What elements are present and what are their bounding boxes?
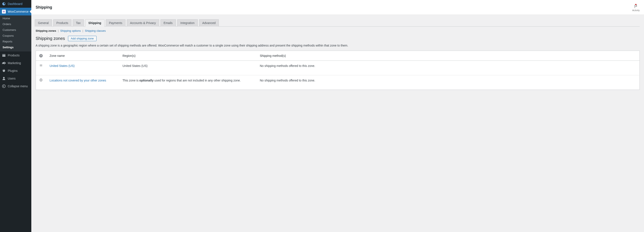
page-title: Shipping [36, 5, 52, 10]
sidebar-sub-orders[interactable]: Orders [0, 21, 31, 27]
section-header: Shipping zones Add shipping zone [36, 36, 640, 41]
zone-methods-cell: No shipping methods offered to this zone… [256, 61, 640, 75]
sidebar-label: WooCommerce [8, 10, 28, 13]
subtab-options[interactable]: Shipping options [60, 29, 81, 32]
sidebar-item-marketing[interactable]: Marketing [0, 59, 31, 67]
separator: | [58, 29, 58, 32]
zone-region-cell: United States (US) [119, 61, 256, 75]
tab-tax[interactable]: Tax [73, 19, 84, 26]
sidebar-item-users[interactable]: Users [0, 74, 31, 82]
separator: | [82, 29, 83, 32]
sidebar-sub-settings[interactable]: Settings [0, 44, 31, 50]
help-icon[interactable]: ? [39, 54, 43, 58]
admin-sidebar: Dashboard W WooCommerce Home Orders Cust… [0, 0, 31, 232]
shipping-subtabs: Shipping zones | Shipping options | Ship… [36, 26, 640, 36]
settings-tabs: General Products Tax Shipping Payments A… [35, 19, 640, 26]
subtab-zones[interactable]: Shipping zones [36, 29, 56, 32]
zone-name-link[interactable]: United States (US) [50, 64, 75, 68]
activity-button[interactable]: Activity [632, 3, 640, 12]
tab-shipping[interactable]: Shipping [85, 19, 104, 26]
shipping-zones-table: ? Zone name Region(s) Shipping method(s)… [36, 50, 640, 90]
sidebar-label: Collapse menu [8, 84, 28, 88]
column-header-help: ? [36, 51, 46, 61]
woocommerce-icon: W [2, 10, 6, 14]
subtab-classes[interactable]: Shipping classes [85, 29, 106, 32]
svg-point-0 [2, 85, 5, 88]
section-description: A shipping zone is a geographic region w… [36, 44, 640, 47]
tab-advanced[interactable]: Advanced [199, 19, 219, 26]
sidebar-item-woocommerce[interactable]: W WooCommerce [0, 8, 31, 16]
main-area: Shipping Activity General Products Tax S… [31, 0, 644, 232]
region-text-suffix: used for regions that are not included i… [154, 79, 241, 82]
marketing-icon [2, 61, 6, 65]
tab-integration[interactable]: Integration [177, 19, 198, 26]
sidebar-label: Marketing [8, 61, 21, 65]
drag-handle-icon [39, 64, 43, 67]
table-row: Locations not covered by your other zone… [36, 75, 640, 90]
sidebar-sub-coupons[interactable]: Coupons [0, 33, 31, 38]
tab-general[interactable]: General [35, 19, 52, 26]
region-text-prefix: This zone is [122, 79, 140, 82]
tab-payments[interactable]: Payments [106, 19, 126, 26]
sidebar-sub-reports[interactable]: Reports [0, 38, 31, 44]
sidebar-item-products[interactable]: Products [0, 52, 31, 59]
column-header-methods: Shipping method(s) [256, 51, 640, 61]
sidebar-label: Users [8, 77, 16, 80]
sidebar-item-dashboard[interactable]: Dashboard [0, 0, 31, 8]
topbar: Shipping Activity [31, 0, 644, 15]
column-header-regions: Region(s) [119, 51, 256, 61]
sidebar-sub-home[interactable]: Home [0, 16, 31, 21]
sidebar-label: Plugins [8, 69, 18, 72]
collapse-icon [2, 84, 6, 88]
dashboard-icon [2, 2, 6, 6]
woocommerce-submenu: Home Orders Customers Coupons Reports Se… [0, 16, 31, 52]
drag-handle-cell[interactable] [36, 61, 46, 75]
add-shipping-zone-button[interactable]: Add shipping zone [68, 36, 96, 41]
sidebar-item-collapse[interactable]: Collapse menu [0, 82, 31, 90]
sidebar-label: Products [8, 54, 20, 57]
zone-methods-cell: No shipping methods offered to this zone… [256, 75, 640, 90]
content-area: General Products Tax Shipping Payments A… [31, 15, 644, 232]
activity-label: Activity [632, 9, 640, 12]
globe-icon [39, 78, 43, 82]
region-text-strong: optionally [140, 79, 154, 82]
sidebar-label: Dashboard [8, 2, 22, 6]
globe-cell [36, 75, 46, 90]
sidebar-item-plugins[interactable]: Plugins [0, 67, 31, 74]
zone-name-link[interactable]: Locations not covered by your other zone… [50, 79, 106, 82]
users-icon [2, 76, 6, 80]
zone-region-cell: This zone is optionally used for regions… [119, 75, 256, 90]
section-heading: Shipping zones [36, 36, 65, 41]
tab-emails[interactable]: Emails [160, 19, 176, 26]
sidebar-sub-customers[interactable]: Customers [0, 27, 31, 33]
tab-products[interactable]: Products [53, 19, 72, 26]
table-row: United States (US) United States (US) No… [36, 61, 640, 75]
tab-accounts[interactable]: Accounts & Privacy [127, 19, 159, 26]
products-icon [2, 53, 6, 58]
column-header-zone-name: Zone name [46, 51, 119, 61]
plugins-icon [2, 68, 6, 73]
